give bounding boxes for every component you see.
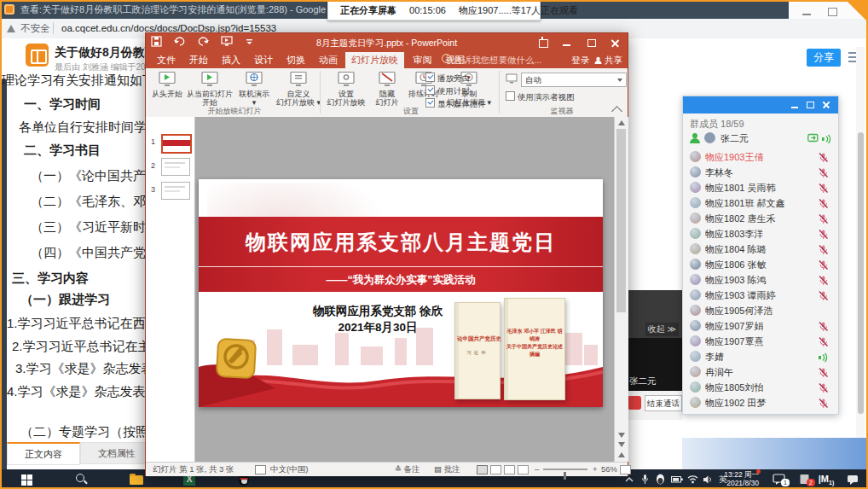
previous-slide-icon[interactable] bbox=[618, 433, 625, 438]
member-row[interactable]: 物应1804 陈璐 bbox=[683, 242, 838, 257]
reading-view-icon[interactable] bbox=[504, 465, 515, 474]
start-slideshow-icon[interactable] bbox=[221, 36, 234, 47]
thumbnail-item-2[interactable]: 2 bbox=[151, 158, 192, 178]
ribbon-button[interactable]: 隐藏幻灯片 bbox=[369, 70, 405, 108]
share-button[interactable]: 分享 bbox=[807, 49, 841, 67]
ribbon-tab-active[interactable]: 幻灯片放映 bbox=[345, 52, 404, 68]
save-icon[interactable] bbox=[151, 36, 162, 47]
ribbon-tab-item[interactable]: 插入 bbox=[216, 52, 246, 68]
hang-up-icon[interactable] bbox=[628, 396, 641, 410]
document-tab-1[interactable]: 正文内容 bbox=[7, 442, 80, 465]
checkbox-icon[interactable] bbox=[425, 73, 435, 82]
zoom-in-icon[interactable]: + bbox=[593, 463, 598, 475]
page-scrollbar[interactable] bbox=[856, 47, 865, 469]
slide-scrollbar[interactable] bbox=[614, 117, 628, 462]
ribbon-button[interactable]: 联机演示▾ bbox=[236, 70, 272, 108]
member-row[interactable]: 物应1907覃熹 bbox=[683, 334, 838, 349]
member-row[interactable]: 物应1903 谭雨婷 bbox=[683, 288, 838, 303]
checkbox-icon[interactable] bbox=[506, 91, 515, 101]
ribbon-tab-item[interactable]: 审阅 bbox=[408, 52, 438, 68]
tray-ime-icon[interactable]: |M1) bbox=[815, 469, 837, 489]
member-row[interactable]: 物应1805刘怡 bbox=[683, 380, 838, 395]
undo-icon[interactable] bbox=[173, 36, 186, 47]
scrollbar-thumb[interactable] bbox=[616, 129, 626, 312]
close-icon[interactable] bbox=[819, 97, 834, 113]
scrollbar-thumb[interactable] bbox=[858, 132, 864, 414]
normal-view-icon[interactable] bbox=[477, 465, 488, 474]
maximize-icon[interactable] bbox=[582, 34, 602, 51]
ribbon-tab-item[interactable]: 动画 bbox=[313, 52, 344, 68]
member-row[interactable]: 物应1801 吴雨韩 bbox=[683, 180, 838, 195]
member-row[interactable]: 物应1905何泽浩 bbox=[683, 303, 838, 318]
slide-thumbnail[interactable] bbox=[161, 182, 190, 200]
comments-button[interactable]: ▤ 批注 bbox=[434, 463, 460, 475]
monitor-dropdown[interactable]: 自动 bbox=[521, 73, 627, 87]
slide-canvas[interactable]: 物联网应用系支部八月主题党日 ——“我为群众办实事”实践活动 物联网应用系党支部… bbox=[199, 179, 603, 407]
member-row[interactable]: 物应1801班 郝文鑫 bbox=[683, 195, 838, 211]
zoom-slider[interactable] bbox=[543, 469, 587, 470]
thumbnail-item-1[interactable]: 1 bbox=[151, 134, 192, 154]
document-tab-2[interactable]: 文档属性 bbox=[80, 442, 153, 464]
ribbon-display-options-icon[interactable] bbox=[533, 34, 553, 51]
presenter-view-checkbox[interactable]: 使用演示者视图 bbox=[506, 91, 575, 102]
tray-wifi-icon[interactable] bbox=[686, 469, 699, 489]
member-row[interactable]: 李婧 bbox=[683, 349, 838, 364]
ribbon-button[interactable]: 设置幻灯片放映 bbox=[325, 70, 367, 108]
notes-button[interactable]: ≙ 备注 bbox=[395, 463, 420, 475]
member-row[interactable]: 物应1803李洋 bbox=[683, 226, 838, 242]
ribbon-button[interactable]: 从头开始 bbox=[151, 70, 183, 108]
member-row[interactable]: 物应1903王倩 bbox=[683, 149, 838, 165]
scroll-up-icon[interactable] bbox=[618, 120, 625, 125]
next-slide-icon[interactable] bbox=[618, 452, 625, 457]
zoom-slider-knob[interactable] bbox=[564, 472, 566, 480]
tray-message-icon[interactable]: 1 bbox=[771, 469, 786, 489]
start-button-icon[interactable] bbox=[19, 471, 36, 487]
minimize-icon[interactable] bbox=[787, 97, 802, 113]
thumbnail-item-3[interactable]: 3 bbox=[151, 182, 192, 202]
member-row[interactable]: 冉润午 bbox=[683, 364, 838, 380]
ribbon-tab-item[interactable]: 文件 bbox=[151, 52, 182, 68]
tray-mic-icon[interactable] bbox=[638, 469, 651, 489]
tray-clock[interactable]: 13:22 周一2021/8/30 bbox=[709, 471, 759, 487]
end-call-button[interactable]: 结束通话 bbox=[645, 395, 682, 411]
language-indicator[interactable]: 中文(中国) bbox=[270, 463, 308, 475]
checkbox-icon[interactable] bbox=[425, 85, 435, 95]
member-row[interactable]: 物应1907罗娟 bbox=[683, 318, 838, 334]
fit-slide-icon[interactable] bbox=[620, 465, 631, 474]
member-row[interactable]: 物应1802 唐生禾 bbox=[683, 211, 838, 226]
member-row[interactable]: 李林冬 bbox=[683, 165, 838, 180]
file-explorer-icon[interactable] bbox=[128, 471, 145, 487]
share-ribbon-button[interactable]: 共享 bbox=[594, 55, 622, 65]
close-icon[interactable] bbox=[605, 34, 626, 51]
zoom-level[interactable]: 56% bbox=[601, 463, 617, 475]
ribbon-checkbox[interactable]: 使用计时 bbox=[425, 85, 470, 96]
slide-thumbnail[interactable] bbox=[161, 158, 190, 176]
slide-thumbnail[interactable] bbox=[161, 134, 192, 154]
slideshow-view-icon[interactable] bbox=[518, 465, 529, 474]
search-icon[interactable] bbox=[73, 471, 90, 487]
previous-slide-icon[interactable] bbox=[618, 442, 625, 447]
ribbon-tab-item[interactable]: 设计 bbox=[248, 52, 279, 68]
slide-sorter-view-icon[interactable] bbox=[490, 465, 501, 474]
collapse-button[interactable]: 收起 ≫ bbox=[645, 323, 679, 336]
maximize-icon[interactable] bbox=[802, 97, 818, 113]
ribbon-button[interactable]: 从当前幻灯片开始 bbox=[185, 70, 234, 108]
member-row[interactable]: 张二元 bbox=[683, 131, 838, 146]
ribbon-button[interactable]: 自定义幻灯片放映 ▾ bbox=[274, 70, 323, 108]
tray-qq-icon[interactable] bbox=[653, 469, 667, 489]
member-row[interactable]: 物应1902 田梦 bbox=[683, 395, 838, 410]
tray-app-badge-icon[interactable]: 2 bbox=[796, 469, 812, 489]
customize-qat-icon[interactable] bbox=[246, 36, 254, 47]
minimize-icon[interactable] bbox=[557, 34, 577, 51]
ribbon-tab-item[interactable]: 开始 bbox=[183, 52, 214, 68]
ribbon-tab-item[interactable]: 切换 bbox=[281, 52, 311, 68]
sign-in-button[interactable]: 登录 bbox=[571, 55, 589, 65]
ribbon-checkbox[interactable]: 播放旁白 bbox=[425, 73, 470, 83]
zoom-out-icon[interactable]: – bbox=[535, 463, 539, 475]
member-row[interactable]: 物应1806 张敏 bbox=[683, 257, 838, 272]
tell-me-box[interactable]: 告诉我您想要做什么... bbox=[442, 52, 541, 68]
redo-icon[interactable] bbox=[198, 36, 210, 47]
member-row[interactable]: 物应1903 陈鸿 bbox=[683, 272, 838, 288]
tray-chat-icon[interactable] bbox=[846, 469, 859, 489]
tray-battery-icon[interactable] bbox=[670, 469, 684, 489]
